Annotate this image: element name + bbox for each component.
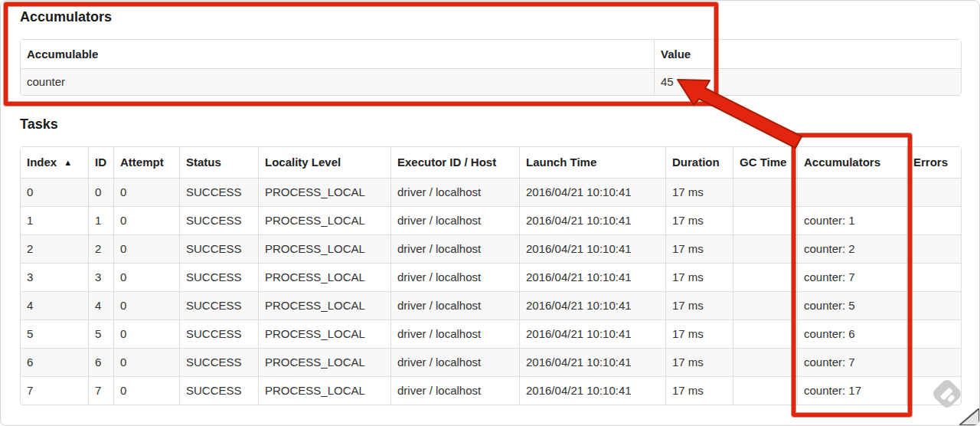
cell-status: SUCCESS — [179, 178, 258, 206]
cell-locality-level: PROCESS_LOCAL — [258, 178, 390, 206]
cell-locality-level: PROCESS_LOCAL — [258, 348, 390, 376]
cell-duration: 17 ms — [665, 234, 733, 263]
cell-gc-time — [733, 376, 797, 405]
cell-errors — [906, 376, 961, 405]
cell-attempt: 0 — [113, 320, 179, 348]
cell-accumulators: counter: 1 — [797, 206, 906, 234]
column-header-id[interactable]: ID — [88, 147, 113, 178]
cell-id: 3 — [88, 263, 113, 291]
column-header-errors[interactable]: Errors — [906, 147, 961, 178]
cell-attempt: 0 — [113, 234, 179, 263]
accumulators-section-heading: Accumulators — [20, 8, 959, 25]
cell-gc-time — [733, 206, 797, 234]
table-row: counter45 — [21, 68, 961, 95]
cell-locality-level: PROCESS_LOCAL — [258, 291, 390, 320]
cell-executor-id-host: driver / localhost — [390, 263, 519, 291]
cell-launch-time: 2016/04/21 10:10:41 — [519, 178, 665, 206]
cell-status: SUCCESS — [179, 234, 258, 263]
cell-accumulable: counter — [21, 68, 654, 95]
column-header-attempt[interactable]: Attempt — [113, 147, 179, 178]
cell-launch-time: 2016/04/21 10:10:41 — [519, 291, 665, 320]
header-row: Index▲IDAttemptStatusLocality LevelExecu… — [21, 147, 961, 178]
cell-locality-level: PROCESS_LOCAL — [258, 206, 390, 234]
table-row: 660SUCCESSPROCESS_LOCALdriver / localhos… — [21, 348, 961, 376]
tasks-table: Index▲IDAttemptStatusLocality LevelExecu… — [20, 146, 962, 405]
table-row: 220SUCCESSPROCESS_LOCALdriver / localhos… — [21, 234, 961, 263]
cell-attempt: 0 — [113, 291, 179, 320]
cell-executor-id-host: driver / localhost — [390, 291, 519, 320]
cell-launch-time: 2016/04/21 10:10:41 — [519, 376, 665, 405]
table-row: 110SUCCESSPROCESS_LOCALdriver / localhos… — [21, 206, 961, 234]
cell-index: 1 — [21, 206, 88, 234]
cell-duration: 17 ms — [665, 178, 733, 206]
cell-value: 45 — [654, 68, 961, 95]
header-row: AccumulableValue — [21, 40, 961, 68]
cell-accumulators: counter: 7 — [797, 348, 906, 376]
cell-status: SUCCESS — [179, 263, 258, 291]
column-header-gc-time[interactable]: GC Time — [733, 147, 797, 178]
table-row: 440SUCCESSPROCESS_LOCALdriver / localhos… — [21, 291, 961, 320]
cell-index: 5 — [21, 320, 88, 348]
cell-launch-time: 2016/04/21 10:10:41 — [519, 234, 665, 263]
cell-status: SUCCESS — [179, 320, 258, 348]
cell-accumulators: counter: 2 — [797, 234, 906, 263]
cell-executor-id-host: driver / localhost — [390, 206, 519, 234]
cell-index: 4 — [21, 291, 88, 320]
cell-errors — [906, 291, 961, 320]
cell-gc-time — [733, 263, 797, 291]
cell-index: 7 — [21, 376, 88, 405]
cell-locality-level: PROCESS_LOCAL — [258, 234, 390, 263]
cell-attempt: 0 — [113, 178, 179, 206]
cell-gc-time — [733, 234, 797, 263]
cell-errors — [906, 320, 961, 348]
cell-id: 1 — [88, 206, 113, 234]
cell-accumulators: counter: 5 — [797, 291, 906, 320]
table-row: 330SUCCESSPROCESS_LOCALdriver / localhos… — [21, 263, 961, 291]
cell-executor-id-host: driver / localhost — [390, 234, 519, 263]
spark-stage-page: Accumulators AccumulableValue counter45 … — [1, 1, 979, 425]
cell-duration: 17 ms — [665, 263, 733, 291]
cell-index: 0 — [21, 178, 88, 206]
cell-executor-id-host: driver / localhost — [390, 376, 519, 405]
cell-errors — [906, 178, 961, 206]
table-row: 550SUCCESSPROCESS_LOCALdriver / localhos… — [21, 320, 961, 348]
cell-launch-time: 2016/04/21 10:10:41 — [519, 206, 665, 234]
column-header-executor-id-host[interactable]: Executor ID / Host — [390, 147, 519, 178]
cell-errors — [906, 234, 961, 263]
cell-gc-time — [733, 178, 797, 206]
cell-id: 7 — [88, 376, 113, 405]
column-header-duration[interactable]: Duration — [665, 147, 733, 178]
cell-executor-id-host: driver / localhost — [390, 348, 519, 376]
column-header-status[interactable]: Status — [179, 147, 258, 178]
cell-status: SUCCESS — [179, 376, 258, 405]
table-row: 770SUCCESSPROCESS_LOCALdriver / localhos… — [21, 376, 961, 405]
column-header-accumulable: Accumulable — [21, 40, 654, 68]
table-row: 000SUCCESSPROCESS_LOCALdriver / localhos… — [21, 178, 961, 206]
cell-launch-time: 2016/04/21 10:10:41 — [519, 320, 665, 348]
cell-errors — [906, 206, 961, 234]
cell-status: SUCCESS — [179, 206, 258, 234]
cell-gc-time — [733, 320, 797, 348]
column-header-index[interactable]: Index▲ — [21, 147, 88, 178]
cell-accumulators — [797, 178, 906, 206]
column-header-launch-time[interactable]: Launch Time — [519, 147, 665, 178]
column-header-accumulators[interactable]: Accumulators — [797, 147, 906, 178]
cell-duration: 17 ms — [665, 348, 733, 376]
cell-duration: 17 ms — [665, 320, 733, 348]
sort-asc-icon: ▲ — [64, 158, 72, 167]
cell-attempt: 0 — [113, 376, 179, 405]
cell-id: 5 — [88, 320, 113, 348]
cell-attempt: 0 — [113, 263, 179, 291]
cell-status: SUCCESS — [179, 348, 258, 376]
cell-index: 2 — [21, 234, 88, 263]
tasks-section-heading: Tasks — [20, 116, 959, 133]
column-header-locality-level[interactable]: Locality Level — [258, 147, 390, 178]
cell-gc-time — [733, 348, 797, 376]
cell-attempt: 0 — [113, 348, 179, 376]
accumulators-table-body: counter45 — [21, 68, 961, 95]
cell-accumulators: counter: 6 — [797, 320, 906, 348]
accumulators-table-header: AccumulableValue — [21, 40, 961, 68]
cell-id: 2 — [88, 234, 113, 263]
column-header-value: Value — [654, 40, 961, 68]
cell-accumulators: counter: 7 — [797, 263, 906, 291]
